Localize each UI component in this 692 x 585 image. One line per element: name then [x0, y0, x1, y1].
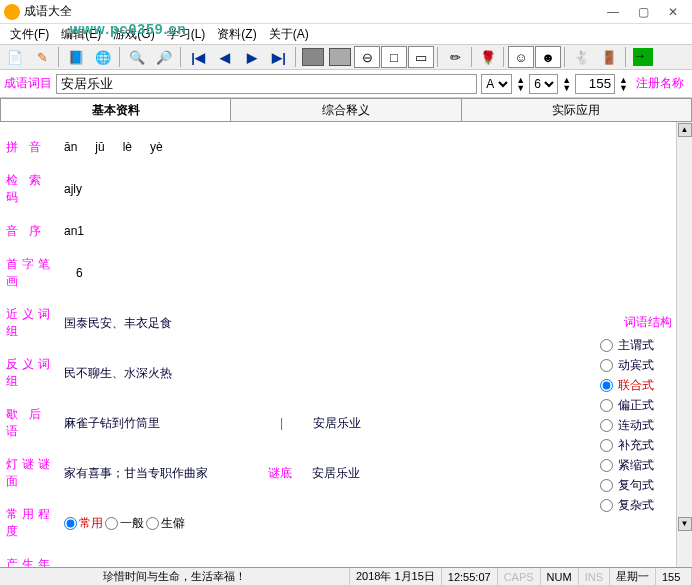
rec-gray2-icon[interactable]: [327, 46, 353, 68]
titlebar: 成语大全 — ▢ ✕: [0, 0, 692, 24]
close-button[interactable]: ✕: [658, 1, 688, 23]
midi-value: 安居乐业: [312, 465, 360, 482]
struct-fuju[interactable]: 复句式: [600, 477, 672, 494]
spin-a[interactable]: ▲▼: [516, 76, 525, 92]
jinyi-label: 近义词组: [6, 306, 64, 340]
scrollbar[interactable]: ▲ ▼: [676, 122, 692, 567]
register-label[interactable]: 注册名称: [632, 75, 688, 92]
jinyi-value: 国泰民安、丰衣足食: [64, 315, 172, 332]
statusbar: 珍惜时间与生命，生活幸福！ 2018年 1月15日 12:55:07 CAPS …: [0, 567, 692, 585]
xiehouyu-ans: 安居乐业: [313, 415, 361, 432]
status-weekday: 星期一: [610, 568, 656, 585]
status-caps: CAPS: [498, 568, 541, 585]
window-title: 成语大全: [24, 3, 598, 20]
xiehouyu-label: 歇 后 语: [6, 406, 64, 440]
rabbit-icon[interactable]: 🐇: [569, 46, 595, 68]
jiansuo-value: ajly: [64, 182, 82, 196]
maximize-button[interactable]: ▢: [628, 1, 658, 23]
scroll-up-icon[interactable]: ▲: [678, 123, 692, 137]
nav-next-icon[interactable]: ▶: [239, 46, 265, 68]
tool-pen-icon[interactable]: ✏: [442, 46, 468, 68]
jiansuo-label: 检 索 码: [6, 172, 64, 206]
smile1-icon[interactable]: ☺: [508, 46, 534, 68]
door-icon[interactable]: 🚪: [596, 46, 622, 68]
yellow3-icon[interactable]: ▭: [408, 46, 434, 68]
tool-book-icon[interactable]: 📘: [63, 46, 89, 68]
pinyin-label: 拼 音: [6, 139, 64, 156]
status-ins: INS: [579, 568, 610, 585]
midi-label: 谜底: [268, 465, 292, 482]
menu-edit[interactable]: 编辑(E): [55, 26, 107, 43]
nav-prev-icon[interactable]: ◀: [212, 46, 238, 68]
yinxu-label: 音 序: [6, 223, 64, 240]
status-date: 2018年 1月15日: [350, 568, 442, 585]
smile2-icon[interactable]: ☻: [535, 46, 561, 68]
tool-magnify-icon[interactable]: 🔍: [124, 46, 150, 68]
menu-data[interactable]: 资料(Z): [211, 26, 262, 43]
fanyi-value: 民不聊生、水深火热: [64, 365, 172, 382]
spin-c[interactable]: ▲▼: [619, 76, 628, 92]
struct-fuza[interactable]: 复杂式: [600, 497, 672, 514]
niandai-label: 产生年代: [6, 556, 64, 567]
tab-meaning[interactable]: 综合释义: [231, 98, 461, 121]
content-area: 拼 音 ānjūlèyè 检 索 码 ajly 音 序 an1 首字笔画 6 近…: [0, 122, 692, 567]
tab-usage[interactable]: 实际应用: [462, 98, 692, 121]
pinyin-value: ānjūlèyè: [64, 140, 181, 154]
tool-globe-icon[interactable]: 🌐: [90, 46, 116, 68]
structure-title: 词语结构: [600, 314, 672, 331]
dengmi-value: 家有喜事；甘当专职作曲家: [64, 465, 208, 482]
idiom-input[interactable]: [56, 74, 477, 94]
struct-buchong[interactable]: 补充式: [600, 437, 672, 454]
shouzi-label: 首字笔画: [6, 256, 64, 290]
rose-icon[interactable]: 🌹: [476, 47, 500, 67]
count-input[interactable]: [575, 74, 615, 94]
num-select[interactable]: 6: [529, 74, 558, 94]
nav-last-icon[interactable]: ▶|: [266, 46, 292, 68]
struct-pianzheng[interactable]: 偏正式: [600, 397, 672, 414]
rec-gray-icon[interactable]: [300, 46, 326, 68]
struct-liandong[interactable]: 连动式: [600, 417, 672, 434]
minimize-button[interactable]: —: [598, 1, 628, 23]
status-time: 12:55:07: [442, 568, 498, 585]
changyong-radios: 常用 一般 生僻: [64, 515, 185, 532]
yellow2-icon[interactable]: □: [381, 46, 407, 68]
structure-panel: 词语结构 主谓式 动宾式 联合式 偏正式 连动式 补充式 紧缩式 复句式 复杂式: [600, 314, 672, 514]
scroll-down-icon[interactable]: ▼: [678, 517, 692, 531]
struct-jinsuo[interactable]: 紧缩式: [600, 457, 672, 474]
fanyi-label: 反义词组: [6, 356, 64, 390]
xiehouyu-sep: |: [280, 416, 283, 430]
menu-study[interactable]: 学习(L): [161, 26, 212, 43]
letter-select[interactable]: A: [481, 74, 512, 94]
radio-shengpi[interactable]: 生僻: [146, 515, 185, 532]
menubar: 文件(F) 编辑(E) 游戏(G) 学习(L) 资料(Z) 关于(A): [0, 24, 692, 44]
searchbar: 成语词目 A ▲▼ 6 ▲▼ ▲▼ 注册名称: [0, 70, 692, 98]
tab-basic[interactable]: 基本资料: [0, 98, 231, 121]
yellow1-icon[interactable]: ⊖: [354, 46, 380, 68]
tabs: 基本资料 综合释义 实际应用: [0, 98, 692, 122]
tool-edit-icon[interactable]: ✎: [29, 46, 55, 68]
app-icon: [4, 4, 20, 20]
status-num: NUM: [541, 568, 579, 585]
radio-changyong[interactable]: 常用: [64, 515, 103, 532]
menu-about[interactable]: 关于(A): [263, 26, 315, 43]
struct-dongbin[interactable]: 动宾式: [600, 357, 672, 374]
menu-game[interactable]: 游戏(G): [107, 26, 160, 43]
changyong-label: 常用程度: [6, 506, 64, 540]
toolbar: 📄 ✎ 📘 🌐 🔍 🔎 |◀ ◀ ▶ ▶| ⊖ □ ▭ ✏ 🌹 ☺ ☻ 🐇 🚪 …: [0, 44, 692, 70]
tool-search2-icon[interactable]: 🔎: [151, 46, 177, 68]
spin-b[interactable]: ▲▼: [562, 76, 571, 92]
status-tip: 珍惜时间与生命，生活幸福！: [0, 568, 350, 585]
xiehouyu-value: 麻雀子钻到竹筒里: [64, 415, 160, 432]
struct-zhuwei[interactable]: 主谓式: [600, 337, 672, 354]
green-exit-icon[interactable]: →: [630, 46, 656, 68]
dengmi-label: 灯谜谜面: [6, 456, 64, 490]
status-count: 155: [656, 568, 692, 585]
shouzi-value: 6: [76, 266, 83, 280]
idiom-label: 成语词目: [4, 75, 52, 92]
tool-new-icon[interactable]: 📄: [2, 46, 28, 68]
nav-first-icon[interactable]: |◀: [185, 46, 211, 68]
radio-yiban[interactable]: 一般: [105, 515, 144, 532]
menu-file[interactable]: 文件(F): [4, 26, 55, 43]
struct-lianhe[interactable]: 联合式: [600, 377, 672, 394]
yinxu-value: an1: [64, 224, 84, 238]
